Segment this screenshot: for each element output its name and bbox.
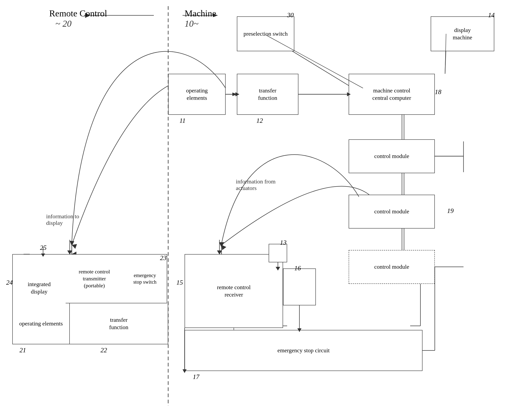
number-17: 17 (193, 373, 199, 381)
transfer-function-machine-box: transferfunction (237, 74, 298, 115)
emergency-stop-circuit-box: emergency stop circuit (185, 330, 422, 371)
operating-elements-machine-box: operatingelements (168, 74, 226, 115)
remote-control-receiver-box: remote controlreceiver (185, 254, 283, 328)
number-21: 21 (20, 346, 26, 354)
svg-marker-34 (217, 250, 222, 254)
display-machine-box: displaymachine (431, 16, 494, 51)
control-module-3-box: control module (349, 250, 435, 284)
svg-marker-32 (67, 250, 72, 254)
diagram-container: Remote Control ~ 20 Machine 10~ preselec… (0, 0, 532, 406)
transfer-function-remote-box: transferfunction (70, 303, 168, 344)
box-13 (269, 244, 287, 262)
number-16: 16 (294, 264, 301, 272)
preselection-switch-box: preselection switch (237, 16, 294, 51)
number-18: 18 (435, 88, 441, 96)
remote-control-transmitter-box: remote controltransmitter(portable) (66, 254, 123, 303)
remote-control-number: ~ 20 (55, 18, 72, 29)
information-to-display-label: information todisplay (46, 213, 79, 226)
machine-number: 10~ (185, 18, 199, 29)
remote-control-header: Remote Control (49, 8, 107, 19)
number-13: 13 (280, 239, 287, 246)
machine-control-computer-box: machine controlcentral computer (349, 74, 435, 115)
number-15: 15 (176, 279, 183, 286)
control-module-2-box: control module (349, 195, 435, 229)
machine-header: Machine (185, 8, 216, 19)
number-23: 23 (160, 254, 167, 262)
box-16 (283, 268, 316, 305)
operating-elements-remote-box: operating elements (12, 303, 70, 344)
number-24: 24 (6, 279, 13, 286)
number-14: 14 (488, 11, 495, 19)
number-12: 12 (256, 117, 263, 124)
control-module-1-box: control module (349, 139, 435, 173)
number-22: 22 (101, 346, 107, 354)
svg-marker-30 (41, 254, 45, 257)
information-from-actuators-label: information fromactuators (236, 178, 276, 191)
number-19: 19 (447, 207, 454, 215)
number-30: 30 (287, 11, 294, 19)
number-11: 11 (179, 117, 186, 124)
